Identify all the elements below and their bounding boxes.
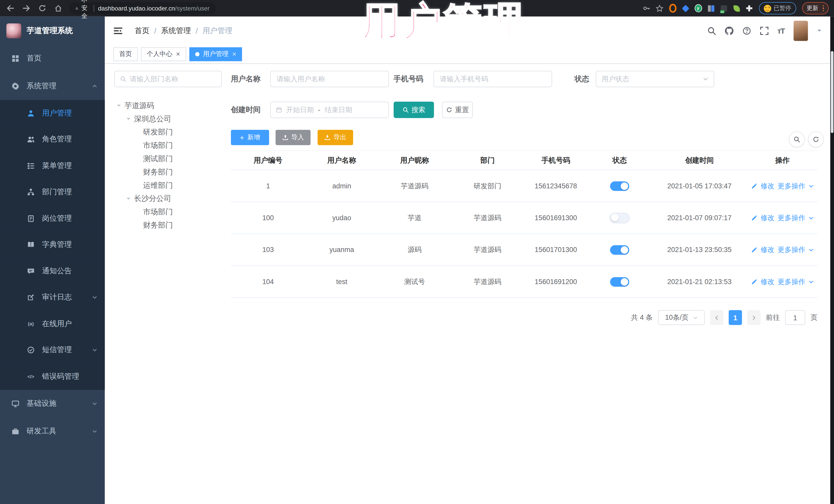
caret-down-icon[interactable] bbox=[126, 196, 131, 201]
search-icon bbox=[120, 76, 126, 82]
browser-reload-icon[interactable] bbox=[38, 4, 46, 12]
goto-page-input[interactable] bbox=[785, 310, 805, 325]
dept-search-input[interactable]: 请输入部门名称 bbox=[114, 71, 222, 87]
sidebar-item[interactable]: 部门管理 bbox=[0, 179, 105, 205]
browser-home-icon[interactable] bbox=[54, 4, 62, 12]
extension-puzzle[interactable] bbox=[745, 5, 753, 12]
breadcrumb-system[interactable]: 系统管理 bbox=[161, 26, 191, 36]
tab-个人中心[interactable]: 个人中心 × bbox=[141, 47, 186, 61]
tree-node[interactable]: 长沙分公司 bbox=[114, 192, 226, 205]
edit-link[interactable]: 修改 bbox=[761, 213, 774, 222]
page-size-select[interactable]: 10条/页 bbox=[658, 310, 705, 325]
sidebar-item[interactable]: 用户管理 bbox=[0, 100, 105, 127]
more-actions-link[interactable]: 更多操作 bbox=[777, 277, 805, 286]
sidebar-item[interactable]: 基础设施 bbox=[0, 390, 105, 417]
browser-back-icon[interactable] bbox=[6, 4, 14, 12]
tree-node[interactable]: 财务部门 bbox=[114, 219, 226, 232]
scrollbar-thumb[interactable] bbox=[831, 51, 833, 133]
breadcrumb-home[interactable]: 首页 bbox=[134, 26, 149, 36]
show-search-toggle-button[interactable] bbox=[789, 131, 805, 147]
tree-node[interactable]: 研发部门 bbox=[114, 126, 226, 139]
sidebar-item[interactable]: 角色管理 bbox=[0, 126, 105, 153]
tree-node[interactable]: 芋道源码 bbox=[114, 99, 226, 112]
browser-menu-kebab-icon[interactable] bbox=[822, 5, 824, 11]
status-toggle[interactable] bbox=[610, 245, 629, 254]
profile-paused-pill[interactable]: 已暂停 bbox=[759, 2, 796, 14]
page-scrollbar[interactable] bbox=[830, 17, 834, 504]
sidebar-item[interactable]: 首页 bbox=[0, 45, 105, 72]
more-actions-link[interactable]: 更多操作 bbox=[777, 213, 805, 222]
tab-用户管理[interactable]: 用户管理 × bbox=[189, 47, 242, 61]
sidebar-item-label: 错误码管理 bbox=[42, 372, 79, 381]
bookmark-star-icon[interactable] bbox=[656, 5, 663, 12]
url-bar[interactable]: 不安全 dashboard.yudao.iocoder.cn/system/us… bbox=[69, 2, 216, 14]
cell-user-id: 104 bbox=[231, 278, 305, 286]
created-daterange-picker[interactable]: 开始日期 - 结束日期 bbox=[270, 102, 389, 118]
edit-link[interactable]: 修改 bbox=[761, 181, 774, 191]
mobile-input[interactable] bbox=[434, 71, 552, 87]
browser-forward-icon[interactable] bbox=[22, 4, 30, 12]
sidebar-item[interactable]: 研发工具 bbox=[0, 417, 105, 445]
sidebar-item[interactable]: 字典管理 bbox=[0, 232, 105, 258]
edit-link[interactable]: 修改 bbox=[761, 277, 774, 286]
tree-node[interactable]: 运维部门 bbox=[114, 179, 226, 192]
extension-orange-ring[interactable] bbox=[669, 5, 676, 12]
search-button[interactable]: 搜索 bbox=[394, 102, 434, 118]
username-input[interactable] bbox=[270, 71, 389, 87]
github-icon[interactable] bbox=[725, 26, 733, 35]
caret-down-icon[interactable] bbox=[126, 116, 131, 122]
prev-page-button[interactable] bbox=[710, 310, 723, 325]
extension-leaf[interactable] bbox=[733, 5, 740, 12]
font-size-icon[interactable]: тT bbox=[777, 26, 785, 35]
user-avatar[interactable] bbox=[793, 21, 808, 41]
collapse-sidebar-icon[interactable] bbox=[113, 26, 123, 35]
sidebar-item[interactable]: 系统管理 bbox=[0, 72, 105, 100]
reset-button[interactable]: 重置 bbox=[442, 102, 473, 118]
next-page-button[interactable] bbox=[747, 310, 761, 325]
tree-node[interactable]: 市场部门 bbox=[114, 205, 226, 219]
tab-首页[interactable]: 首页 bbox=[113, 47, 137, 61]
sidebar-item[interactable]: 岗位管理 bbox=[0, 205, 105, 232]
sidebar-item[interactable]: 通知公告 bbox=[0, 258, 105, 284]
sidebar-logo-row[interactable]: 芋道管理系统 bbox=[0, 17, 105, 45]
extension-green-circle[interactable]: y bbox=[695, 5, 702, 12]
chevron-down-icon bbox=[809, 215, 814, 220]
caret-down-icon[interactable] bbox=[116, 103, 122, 108]
header-search-icon[interactable] bbox=[707, 26, 716, 35]
help-icon[interactable] bbox=[742, 26, 751, 35]
edit-link[interactable]: 修改 bbox=[761, 245, 774, 254]
current-page-button[interactable]: 1 bbox=[729, 310, 742, 325]
tree-node[interactable]: 财务部门 bbox=[114, 166, 226, 179]
extensions-row: yon bbox=[669, 5, 753, 12]
sidebar-item[interactable]: 菜单管理 bbox=[0, 153, 105, 179]
sidebar-item[interactable]: (a) 在线用户 bbox=[0, 310, 105, 337]
fullscreen-icon[interactable] bbox=[760, 26, 768, 35]
browser-update-button[interactable]: 更新 bbox=[802, 2, 829, 14]
tree-node[interactable]: 深圳总公司 bbox=[114, 112, 226, 126]
extension-grid[interactable] bbox=[707, 5, 715, 12]
more-actions-link[interactable]: 更多操作 bbox=[777, 245, 805, 254]
status-toggle[interactable] bbox=[610, 213, 630, 223]
cell-nickname: 芋道源码 bbox=[378, 181, 451, 191]
import-button[interactable]: 导入 bbox=[276, 130, 311, 145]
tree-node[interactable]: 测试部门 bbox=[114, 152, 226, 166]
refresh-table-button[interactable] bbox=[808, 131, 824, 147]
date-start-placeholder: 开始日期 bbox=[286, 105, 314, 114]
status-toggle[interactable] bbox=[610, 277, 629, 286]
extension-dark-on[interactable]: on bbox=[720, 5, 727, 12]
add-user-button[interactable]: + 新增 bbox=[231, 130, 269, 145]
tree-node[interactable]: 市场部门 bbox=[114, 139, 226, 152]
sidebar-item[interactable]: </> 错误码管理 bbox=[0, 364, 105, 390]
sidebar-item[interactable]: 审计日志 bbox=[0, 284, 105, 311]
sidebar-item[interactable]: 短信管理 bbox=[0, 337, 105, 364]
status-select[interactable]: 用户状态 bbox=[596, 71, 714, 87]
cell-created: 2021-01-07 09:07:17 bbox=[652, 214, 747, 222]
avatar-caret-down-icon[interactable] bbox=[817, 28, 822, 33]
status-toggle[interactable] bbox=[610, 181, 629, 191]
export-button[interactable]: 导出 bbox=[317, 130, 353, 145]
close-tab-icon[interactable]: × bbox=[176, 50, 180, 58]
more-actions-link[interactable]: 更多操作 bbox=[777, 181, 805, 191]
extension-blue-gem[interactable] bbox=[682, 5, 689, 12]
close-tab-icon[interactable]: × bbox=[232, 50, 236, 58]
password-key-icon[interactable] bbox=[643, 5, 650, 12]
